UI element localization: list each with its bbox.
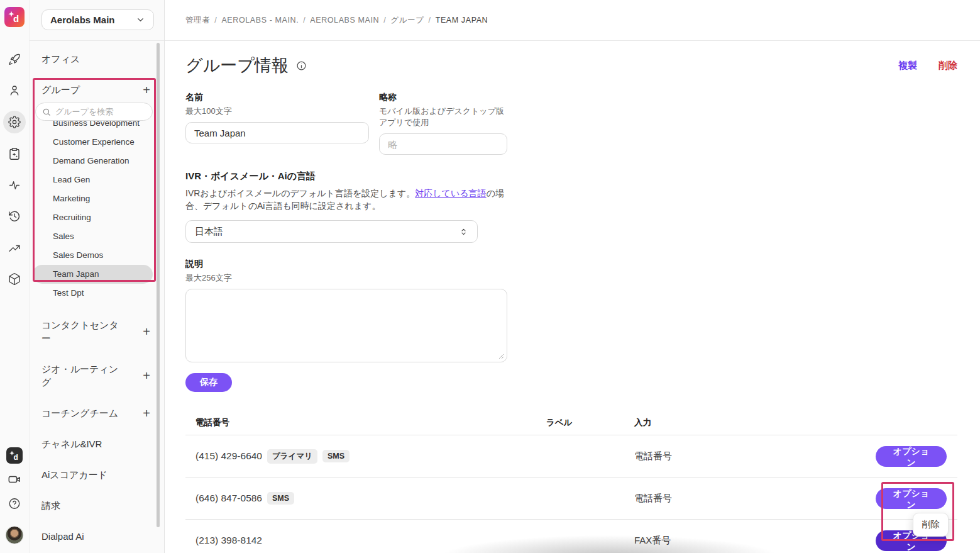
supported-languages-link[interactable]: 対応している言語	[415, 188, 486, 198]
sidebar-scrollbar[interactable]	[157, 43, 160, 527]
save-button[interactable]: 保存	[185, 373, 232, 392]
video-camera-icon[interactable]	[8, 472, 21, 486]
group-item[interactable]: Test Dpt	[33, 284, 153, 303]
input-type: 電話番号	[634, 493, 876, 505]
breadcrumb-groups[interactable]: グループ	[390, 15, 424, 26]
group-item[interactable]: Recruiting	[33, 208, 153, 227]
sidebar-section-dialpad-ai[interactable]: Dialpad Ai	[41, 530, 150, 543]
sidebar-item-office[interactable]: オフィス	[41, 53, 164, 66]
shortname-helper: モバイル版およびデスクトップ版アプリで使用	[379, 106, 507, 128]
options-context-menu-delete[interactable]: 削除	[913, 513, 949, 537]
sidebar-section-coaching-team[interactable]: コーチングチーム +	[41, 406, 150, 420]
resize-handle[interactable]	[498, 354, 504, 359]
select-chevrons-icon	[459, 227, 468, 237]
col-header-input: 入力	[634, 417, 876, 428]
box-icon[interactable]	[8, 272, 21, 286]
search-icon	[42, 108, 51, 116]
duplicate-button[interactable]: 複製	[898, 60, 917, 72]
settings-gear-icon[interactable]	[8, 116, 21, 128]
shortname-input[interactable]	[379, 133, 507, 155]
clipboard-ai-icon[interactable]	[8, 147, 21, 160]
name-label: 名前	[185, 92, 369, 103]
phone-row: (213) 398-8142 FAX番号 オプション	[185, 520, 957, 553]
sidebar-section-contact-center[interactable]: コンタクトセンター +	[41, 318, 150, 345]
col-header-number: 電話番号	[185, 417, 546, 428]
language-select-value: 日本語	[195, 226, 223, 238]
svg-text:d: d	[13, 13, 19, 24]
app-window: d	[0, 0, 980, 553]
name-input[interactable]	[185, 122, 369, 143]
sidebar-sections: コンタクトセンター + ジオ・ルーティング + コーチングチーム + チャネル&…	[30, 318, 164, 543]
col-header-label: ラベル	[546, 417, 634, 428]
breadcrumb-office[interactable]: AEROLABS MAIN	[310, 16, 379, 25]
breadcrumb-company[interactable]: AEROLABS - MAIN.	[221, 16, 299, 25]
options-button[interactable]: オプション	[876, 488, 947, 509]
name-helper: 最大100文字	[185, 106, 369, 117]
sidebar-section-geo-routing[interactable]: ジオ・ルーティング +	[41, 362, 150, 389]
add-group-button[interactable]: +	[143, 84, 150, 96]
info-icon[interactable]	[296, 60, 307, 71]
description-textarea[interactable]	[185, 289, 507, 362]
add-contact-center-button[interactable]: +	[143, 325, 150, 338]
group-item[interactable]: Lead Gen	[33, 170, 153, 189]
description-helper: 最大256文字	[185, 272, 957, 284]
phone-number: (213) 398-8142	[195, 535, 262, 546]
language-select[interactable]: 日本語	[185, 220, 478, 243]
breadcrumb-admin[interactable]: 管理者	[185, 15, 210, 26]
phone-row: (646) 847-0586 SMS 電話番号 オプション	[185, 478, 957, 520]
description-label: 説明	[185, 259, 957, 270]
delete-group-button[interactable]: 削除	[939, 60, 957, 72]
trending-up-icon[interactable]	[8, 242, 21, 255]
dialpad-ai-tile-icon[interactable]: d	[6, 447, 23, 464]
options-button[interactable]: オプション	[876, 446, 947, 467]
org-selector-label: Aerolabs Main	[50, 14, 115, 25]
primary-badge: プライマリ	[267, 449, 317, 464]
group-item[interactable]: Sales Demos	[33, 246, 153, 265]
add-geo-routing-button[interactable]: +	[143, 369, 150, 382]
breadcrumb-current: TEAM JAPAN	[436, 16, 488, 25]
sidebar-nav: オフィス グループ + Business Development Custome…	[30, 42, 164, 553]
group-search-input[interactable]	[55, 107, 143, 116]
group-list: Business Development Customer Experience…	[30, 114, 164, 303]
sidebar-header: Aerolabs Main	[30, 0, 164, 41]
sidebar-section-ai-scorecard[interactable]: Aiスコアカード	[41, 468, 150, 481]
admin-sidebar: Aerolabs Main オフィス グループ + Business Devel…	[30, 0, 165, 553]
group-item[interactable]: Customer Experience	[33, 133, 153, 152]
user-avatar[interactable]	[6, 526, 24, 544]
phone-row: (415) 429-6640 プライマリ SMS 電話番号 オプション	[185, 435, 957, 478]
input-type: FAX番号	[634, 535, 876, 547]
group-item[interactable]: Sales	[33, 227, 153, 246]
history-clock-icon[interactable]	[8, 209, 21, 223]
groups-section-label: グループ	[41, 84, 80, 96]
users-icon[interactable]	[8, 84, 21, 97]
phone-numbers-table: 電話番号 ラベル 入力 (415) 429-6640 プライマリ SMS 電話番…	[185, 411, 957, 553]
org-selector-button[interactable]: Aerolabs Main	[41, 9, 154, 30]
sms-badge: SMS	[267, 492, 294, 505]
group-item[interactable]: Demand Generation	[33, 152, 153, 170]
icon-rail: d	[0, 0, 30, 553]
sidebar-section-channel-ivr[interactable]: チャネル&IVR	[41, 437, 150, 450]
shortname-label: 略称	[379, 92, 507, 103]
dialpad-logo-icon[interactable]: d	[4, 7, 25, 27]
language-label: IVR・ボイスメール・Aiの言語	[185, 170, 957, 182]
group-info-content: グループ情報 複製 削除 名前 最大100文字 略称	[165, 54, 980, 553]
launch-rocket-icon[interactable]	[8, 53, 21, 66]
sms-badge: SMS	[322, 450, 350, 462]
page-title: グループ情報	[185, 54, 289, 77]
phone-number: (415) 429-6640	[195, 450, 262, 462]
group-item[interactable]: Marketing	[33, 189, 153, 208]
activity-pulse-icon[interactable]	[8, 179, 21, 192]
sidebar-section-groups[interactable]: グループ +	[41, 84, 150, 96]
phone-number: (646) 847-0586	[195, 493, 262, 504]
main-panel: 管理者 / AEROLABS - MAIN. / AEROLABS MAIN /…	[165, 0, 980, 553]
sidebar-section-billing[interactable]: 請求	[41, 499, 150, 512]
add-coaching-team-button[interactable]: +	[143, 407, 150, 420]
chevron-down-icon	[136, 15, 145, 25]
input-type: 電話番号	[634, 450, 876, 462]
help-icon[interactable]	[8, 497, 21, 510]
group-item-selected[interactable]: Team Japan	[33, 265, 153, 284]
breadcrumb: 管理者 / AEROLABS - MAIN. / AEROLABS MAIN /…	[165, 0, 980, 41]
group-search-box	[35, 103, 153, 121]
svg-text:d: d	[14, 453, 18, 462]
language-description: IVRおよびボイスメールのデフォルト言語を設定します。対応している言語の場合、デ…	[185, 187, 507, 212]
